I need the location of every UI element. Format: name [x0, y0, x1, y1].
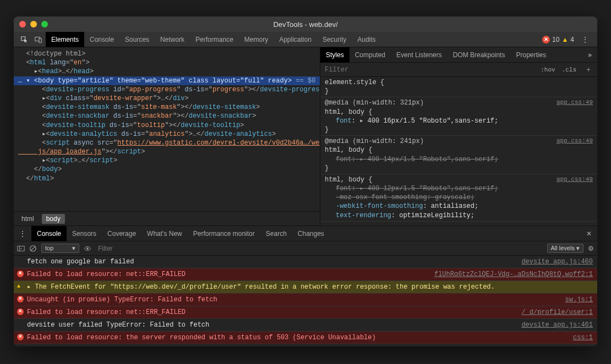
drawer-tab-performance-monitor[interactable]: Performance monitor: [188, 226, 260, 241]
css-rule[interactable]: app.css:49@media (min-width: 241px)html,…: [320, 136, 597, 174]
drawer-tab-coverage[interactable]: Coverage: [102, 226, 141, 241]
tab-elements[interactable]: Elements: [46, 32, 84, 47]
dom-node[interactable]: <script async src="https://www.gstatic.c…: [14, 139, 320, 156]
dom-node[interactable]: <devsite-sitemask ds-is="site-mask"></de…: [14, 103, 320, 112]
dom-node[interactable]: <!doctype html>: [14, 49, 320, 58]
console-settings-icon[interactable]: ⚙: [588, 245, 594, 252]
dom-node[interactable]: ▸<head>…</head>: [14, 67, 320, 76]
drawer-tab-changes[interactable]: Changes: [292, 226, 330, 241]
log-text: ▸ The FetchEvent for "https://web.dev/_d…: [27, 282, 495, 292]
tab-network[interactable]: Network: [155, 32, 190, 47]
error-badge-icon[interactable]: ✕: [542, 36, 550, 43]
styles-tab-event-listeners[interactable]: Event Listeners: [391, 47, 448, 63]
console-prompt[interactable]: [14, 344, 597, 346]
console-message[interactable]: Failed to load resource: net::ERR_FAILED…: [14, 306, 597, 319]
live-expression-icon[interactable]: [84, 245, 91, 252]
log-text: devsite user failed TypeError: Failed to…: [27, 320, 209, 330]
tab-performance[interactable]: Performance: [190, 32, 239, 47]
log-text: Uncaught (in promise) TypeError: Failed …: [27, 295, 217, 305]
tab-console[interactable]: Console: [84, 32, 119, 47]
tab-memory[interactable]: Memory: [239, 32, 274, 47]
device-toolbar-icon[interactable]: [31, 36, 46, 43]
warning-count[interactable]: 4: [570, 36, 574, 43]
log-source-link[interactable]: sw.js:1: [565, 295, 593, 305]
styles-more-tabs[interactable]: »: [582, 51, 597, 59]
drawer-tab-what-s-new[interactable]: What's New: [141, 226, 188, 241]
zoom-window-button[interactable]: [41, 21, 48, 27]
window-titlebar: DevTools - web.dev/: [14, 16, 597, 32]
rule-source-link[interactable]: app.css:49: [557, 137, 593, 145]
log-source-link[interactable]: /_d/profile/user:1: [521, 307, 593, 317]
css-rule[interactable]: app.css:49html, body {font: ▸ 400 12px/1…: [320, 174, 597, 222]
styles-tab-properties[interactable]: Properties: [510, 47, 552, 63]
tab-application[interactable]: Application: [274, 32, 317, 47]
styles-tab-styles[interactable]: Styles: [320, 47, 350, 63]
tab-security[interactable]: Security: [317, 32, 352, 47]
console-log-list[interactable]: fetch one google bar faileddevsite_app.j…: [14, 256, 597, 346]
dom-tree[interactable]: <!doctype html> <html lang="en"> ▸<head>…: [14, 47, 320, 211]
console-context-selector[interactable]: top ▾: [41, 244, 79, 253]
warning-badge-icon[interactable]: ▲: [561, 36, 568, 43]
log-source-link[interactable]: devsite_app.js:461: [521, 320, 593, 330]
console-filter-input[interactable]: [96, 245, 543, 252]
dom-node[interactable]: </body>: [14, 165, 320, 174]
crumb-body[interactable]: body: [42, 214, 65, 224]
dom-node[interactable]: … ▾ <body type="article" theme="web-them…: [14, 76, 320, 85]
crumb-html[interactable]: html: [17, 214, 39, 224]
styles-tab-computed[interactable]: Computed: [350, 47, 391, 63]
close-window-button[interactable]: [19, 21, 26, 27]
drawer-close-icon[interactable]: ✕: [581, 230, 597, 238]
console-sidebar-toggle-icon[interactable]: [17, 245, 25, 252]
new-style-rule-button[interactable]: ＋: [580, 65, 597, 74]
dom-node[interactable]: ▸<div class="devsite-wrapper">…</div>: [14, 94, 320, 103]
log-text: Failed to load resource: the server resp…: [27, 333, 376, 343]
drawer-tabs: ⋮ConsoleSensorsCoverageWhat's NewPerform…: [14, 226, 597, 241]
styles-rules-list[interactable]: element.style {}app.css:49@media (min-wi…: [320, 77, 597, 225]
styles-tab-dom-breakpoints[interactable]: DOM Breakpoints: [448, 47, 511, 63]
drawer-tab-sensors[interactable]: Sensors: [67, 226, 102, 241]
tab-audits[interactable]: Audits: [352, 32, 381, 47]
dom-node[interactable]: <html lang="en">: [14, 58, 320, 67]
drawer-tab-search[interactable]: Search: [260, 226, 292, 241]
log-source-link[interactable]: flUhRq6tzZclQEJ-Vdg-…aDsNcIhQ8tQ.woff2:1: [434, 269, 593, 279]
dom-node[interactable]: ▸<script>…</script>: [14, 156, 320, 165]
hov-toggle[interactable]: :hov: [537, 67, 558, 73]
console-message[interactable]: Failed to load resource: the server resp…: [14, 332, 597, 344]
svg-line-5: [31, 246, 36, 251]
elements-panel: <!doctype html> <html lang="en"> ▸<head>…: [14, 47, 320, 225]
dom-node[interactable]: </html>: [14, 174, 320, 183]
log-source-link[interactable]: devsite_app.js:460: [521, 257, 593, 267]
drawer-menu-icon[interactable]: ⋮: [14, 230, 31, 238]
dom-node[interactable]: <devsite-progress id="app-progress" ds-i…: [14, 85, 320, 94]
error-count[interactable]: 10: [552, 36, 559, 43]
inspect-element-icon[interactable]: [17, 36, 31, 43]
rule-source-link[interactable]: app.css:49: [557, 175, 593, 184]
log-level-selector[interactable]: All levels ▾: [547, 244, 583, 253]
console-toolbar: top ▾ All levels ▾ ⚙: [14, 241, 597, 256]
console-message[interactable]: fetch one google bar faileddevsite_app.j…: [14, 256, 597, 268]
traffic-lights: [19, 21, 48, 27]
minimize-window-button[interactable]: [30, 21, 37, 27]
main-toolbar: ElementsConsoleSourcesNetworkPerformance…: [14, 32, 597, 47]
console-message[interactable]: ▸ The FetchEvent for "https://web.dev/_d…: [14, 281, 597, 294]
devtools-window: DevTools - web.dev/ ElementsConsoleSourc…: [14, 16, 597, 346]
css-rule[interactable]: app.css:49@media (min-width: 321px)html,…: [320, 97, 597, 136]
tab-sources[interactable]: Sources: [119, 32, 155, 47]
css-rule[interactable]: element.style {}: [320, 77, 597, 97]
rule-source-link[interactable]: app.css:49: [557, 98, 593, 107]
svg-rect-1: [39, 38, 41, 42]
drawer-tab-console[interactable]: Console: [31, 226, 67, 241]
clear-console-icon[interactable]: [29, 245, 37, 252]
console-message[interactable]: Uncaught (in promise) TypeError: Failed …: [14, 294, 597, 306]
log-source-link[interactable]: css:1: [573, 333, 593, 343]
dom-node[interactable]: <devsite-tooltip ds-is="tooltip"></devsi…: [14, 121, 320, 130]
log-text: Failed to load resource: net::ERR_FAILED: [27, 307, 186, 317]
cls-toggle[interactable]: .cls: [559, 67, 580, 73]
console-message[interactable]: devsite user failed TypeError: Failed to…: [14, 319, 597, 332]
main-menu-icon[interactable]: ⋮: [576, 36, 594, 43]
log-text: fetch one google bar failed: [27, 257, 134, 267]
dom-node[interactable]: ▸<devsite-analytics ds-is="analytics">…<…: [14, 130, 320, 139]
styles-filter-input[interactable]: [320, 66, 537, 74]
console-message[interactable]: Failed to load resource: net::ERR_FAILED…: [14, 268, 597, 281]
dom-node[interactable]: <devsite-snackbar ds-is="snackbar"></dev…: [14, 112, 320, 120]
